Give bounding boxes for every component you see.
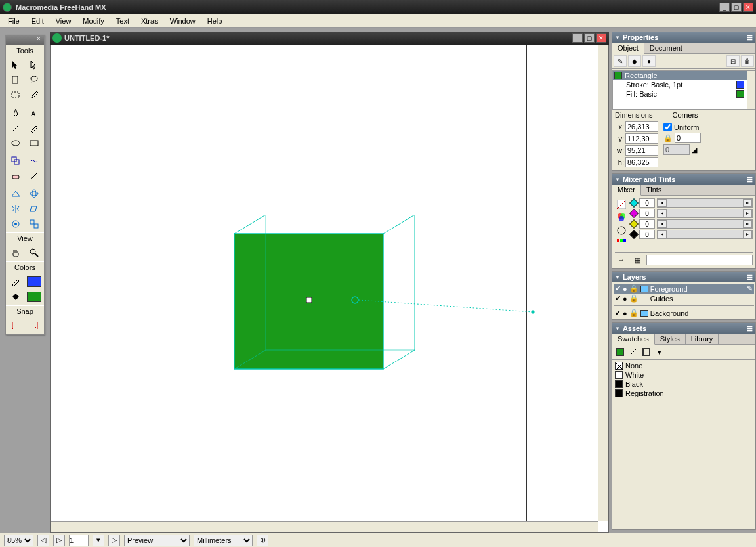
collapse-icon[interactable]: ▼: [615, 177, 620, 183]
mixer-m-input[interactable]: [639, 209, 655, 218]
info-button[interactable]: ⊕: [257, 535, 268, 546]
page-dropdown-button[interactable]: ▾: [93, 535, 104, 546]
swatch-both-button[interactable]: [640, 347, 652, 357]
menu-view[interactable]: View: [51, 16, 77, 26]
pen-tool[interactable]: [7, 106, 24, 120]
page-input[interactable]: [69, 535, 89, 546]
tab-mixer[interactable]: Mixer: [612, 185, 641, 196]
print-icon[interactable]: ●: [623, 285, 627, 293]
corner-type-icon[interactable]: ◢: [692, 146, 697, 154]
rectangle-tool[interactable]: [26, 136, 43, 150]
visible-icon[interactable]: ✔: [615, 294, 621, 303]
hand-tool[interactable]: [7, 246, 24, 260]
collapse-icon[interactable]: ▼: [615, 35, 620, 41]
menu-window[interactable]: Window: [165, 16, 201, 26]
text-tool[interactable]: A: [26, 106, 43, 120]
delete-button[interactable]: 🗑: [741, 55, 754, 67]
tab-swatches[interactable]: Swatches: [612, 334, 655, 345]
horizontal-scrollbar[interactable]: [51, 521, 598, 532]
print-icon[interactable]: ●: [623, 309, 627, 317]
swatch-black[interactable]: Black: [614, 380, 754, 389]
output-area-tool[interactable]: [7, 88, 24, 102]
mixer-c-slider[interactable]: ◂▸: [657, 198, 753, 208]
panel-menu-icon[interactable]: ☰: [747, 176, 753, 183]
mixer-m-slider[interactable]: ◂▸: [657, 209, 753, 218]
tab-library[interactable]: Library: [686, 334, 719, 344]
menu-xtras[interactable]: Xtras: [136, 16, 163, 26]
color-mode-hls-icon[interactable]: [615, 225, 628, 236]
y-input[interactable]: [625, 133, 658, 144]
color-well-icon[interactable]: ▦: [631, 255, 644, 265]
mixer-y-slider[interactable]: ◂▸: [657, 219, 753, 229]
line-tool[interactable]: [7, 121, 24, 135]
tab-tints[interactable]: Tints: [641, 185, 667, 195]
close-button[interactable]: ✕: [743, 3, 753, 12]
panel-menu-icon[interactable]: ☰: [747, 274, 753, 281]
pointer-tool[interactable]: [7, 58, 24, 72]
prev-page-button[interactable]: ◁: [37, 535, 49, 546]
subselect-tool[interactable]: [26, 58, 43, 72]
menu-help[interactable]: Help: [202, 16, 228, 26]
mixer-k-input[interactable]: [639, 230, 655, 239]
collapse-icon[interactable]: ▼: [615, 326, 620, 332]
lock-icon[interactable]: 🔒: [629, 309, 639, 317]
corner-input-1[interactable]: [675, 133, 701, 143]
eyedropper-tool[interactable]: [26, 88, 43, 102]
stroke-color-tool[interactable]: [7, 274, 24, 289]
tab-object[interactable]: Object: [612, 43, 644, 54]
panel-menu-icon[interactable]: ☰: [747, 325, 753, 332]
swatch-fill-button[interactable]: [614, 347, 626, 357]
fill-color-tool[interactable]: [7, 290, 24, 304]
layer-foreground[interactable]: ✔●🔒Foreground✎: [614, 284, 754, 294]
page-tool[interactable]: [7, 73, 24, 87]
swatch-dropdown-button[interactable]: ▾: [654, 347, 665, 357]
swatch-registration[interactable]: Registration: [614, 389, 754, 398]
stroke-color-swatch[interactable]: [26, 274, 43, 289]
tools-close-icon[interactable]: ×: [35, 35, 43, 43]
color-mode-system-icon[interactable]: [615, 238, 628, 250]
extrude-tool[interactable]: [7, 217, 24, 231]
print-icon[interactable]: ●: [623, 295, 627, 303]
lock-icon[interactable]: 🔒: [629, 284, 639, 293]
next-page-button[interactable]: ▷: [53, 535, 65, 546]
visible-icon[interactable]: ✔: [615, 309, 621, 317]
panel-menu-icon[interactable]: ☰: [747, 34, 753, 41]
x-input[interactable]: [625, 121, 658, 132]
perspective-tool[interactable]: [7, 186, 24, 201]
lock-icon[interactable]: 🔒: [663, 134, 673, 142]
tab-styles[interactable]: Styles: [655, 334, 686, 344]
reflect-tool[interactable]: [7, 202, 24, 216]
doc-close-button[interactable]: ✕: [596, 33, 606, 43]
zoom-select[interactable]: 85%: [4, 535, 33, 546]
layer-guides[interactable]: ✔●🔒Guides: [614, 294, 754, 303]
ellipse-tool[interactable]: [7, 136, 24, 150]
mixer-y-input[interactable]: [639, 219, 655, 229]
h-input[interactable]: [625, 157, 658, 167]
visible-icon[interactable]: ✔: [615, 284, 621, 293]
scale-tool[interactable]: [7, 154, 24, 168]
object-tree[interactable]: Rectangle Stroke: Basic, 1pt Fill: Basic: [612, 70, 755, 110]
pencil-tool[interactable]: [26, 121, 43, 135]
maximize-button[interactable]: ▢: [731, 3, 742, 12]
w-input[interactable]: [625, 145, 658, 156]
uniform-checkbox[interactable]: [663, 123, 672, 131]
page-nav-button[interactable]: ▷: [108, 535, 120, 546]
swatch-none[interactable]: None: [614, 361, 754, 370]
add-to-swatches-button[interactable]: →: [615, 255, 628, 265]
menu-file[interactable]: File: [3, 16, 25, 26]
color-mode-rgb-icon[interactable]: [615, 211, 628, 223]
tree-fill[interactable]: Fill: Basic: [613, 89, 755, 98]
snap-to-object-tool[interactable]: [26, 318, 43, 333]
duplicate-button[interactable]: ⊟: [726, 55, 740, 67]
collapse-icon[interactable]: ▼: [615, 274, 620, 280]
lasso-tool[interactable]: [26, 73, 43, 87]
menu-modify[interactable]: Modify: [77, 16, 109, 26]
menu-text[interactable]: Text: [111, 16, 135, 26]
tree-rectangle[interactable]: Rectangle: [613, 71, 755, 80]
tree-stroke[interactable]: Stroke: Basic, 1pt: [613, 80, 755, 89]
doc-maximize-button[interactable]: ▢: [584, 33, 595, 43]
trace-tool[interactable]: [26, 217, 43, 231]
add-stroke-button[interactable]: ✎: [614, 55, 627, 67]
swatch-white[interactable]: White: [614, 370, 754, 380]
freeform-tool[interactable]: [26, 154, 43, 168]
